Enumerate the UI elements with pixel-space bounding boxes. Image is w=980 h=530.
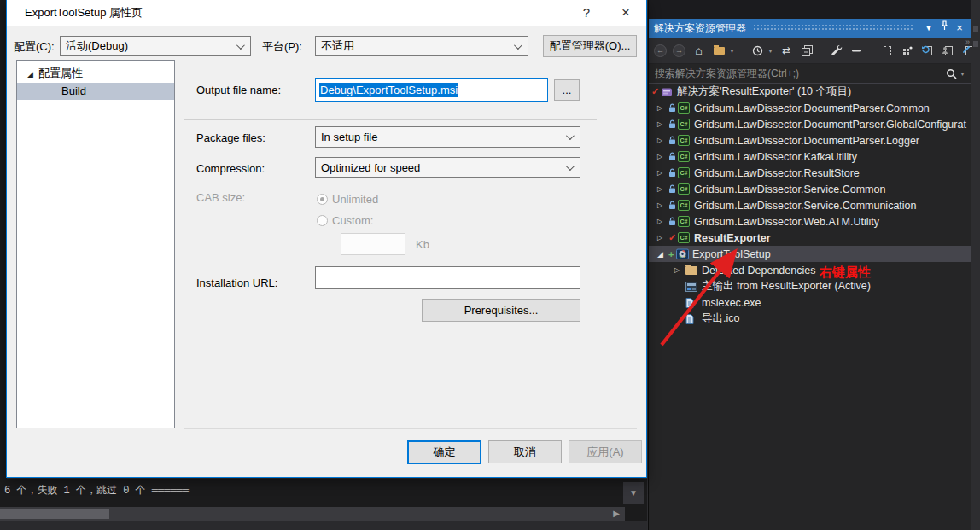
divider	[184, 119, 597, 120]
expander-icon[interactable]: ▷	[657, 169, 668, 177]
class-view-icon[interactable]	[942, 44, 956, 58]
solution-explorer-search[interactable]: 搜索解决方案资源管理器(Ctrl+;) ▼	[649, 64, 971, 84]
collapse-all-icon[interactable]	[800, 44, 814, 58]
close-button[interactable]: ×	[609, 0, 643, 26]
screen: 6 个，失败 1 个，跳过 0 个 ══════ ▼ ▶ ExportToolS…	[0, 0, 980, 530]
cab-unlimited-radio[interactable]	[317, 194, 328, 205]
chevron-down-icon[interactable]: ▼	[729, 48, 735, 54]
back-icon[interactable]: ←	[654, 44, 667, 57]
refresh-icon[interactable]	[921, 44, 936, 58]
chevron-down-icon	[566, 162, 575, 171]
history-filter-icon[interactable]	[750, 44, 765, 58]
output-window: 6 个，失败 1 个，跳过 0 个 ══════ ▼ ▶	[0, 479, 647, 530]
csharp-icon: C#	[678, 119, 692, 130]
dialog-titlebar[interactable]: ExportToolSetup 属性页	[7, 0, 646, 26]
chevron-down-icon	[236, 41, 245, 50]
installation-url-label: Installation URL:	[196, 277, 277, 289]
forward-icon[interactable]: →	[673, 44, 685, 57]
help-button[interactable]: ?	[569, 0, 604, 26]
tree-item[interactable]: ▷C#Gridsum.LawDissector.KafkaUtility	[649, 149, 971, 165]
csharp-icon: C#	[678, 167, 692, 178]
nav-node-build[interactable]: Build	[17, 83, 174, 100]
toolbar-overflow-icon[interactable]: »	[965, 38, 969, 46]
chevron-down-icon[interactable]: ▼	[960, 71, 965, 77]
prerequisites-button[interactable]: Prerequisites...	[422, 299, 580, 322]
installation-url-input[interactable]	[315, 266, 580, 289]
csharp-icon: C#	[678, 183, 692, 195]
dialog-title: ExportToolSetup 属性页	[25, 5, 143, 20]
expander-icon[interactable]: ▷	[657, 201, 668, 209]
lock-icon	[668, 168, 678, 178]
config-combobox-value: 活动(Debug)	[66, 38, 128, 54]
home-icon[interactable]: ⌂	[691, 44, 706, 58]
output-file-input[interactable]: Debug\ExportToolSetup.msi	[315, 78, 548, 102]
tree-item[interactable]: ▷C#Gridsum.LawDissector.DocumentParser.C…	[649, 100, 971, 116]
add-item-icon[interactable]	[901, 44, 915, 58]
output-status-text: 6 个，失败 1 个，跳过 0 个 ══════	[4, 483, 189, 498]
close-panel-icon[interactable]: ×	[952, 19, 967, 38]
chevron-down-icon[interactable]: ▼	[767, 48, 773, 54]
cab-unlimited-label: Unlimited	[332, 193, 378, 206]
expander-icon[interactable]: ▷	[657, 185, 668, 193]
solution-icon	[661, 87, 675, 97]
output-window-footer	[0, 521, 647, 530]
expander-icon[interactable]: ▷	[657, 218, 668, 225]
sync-active-document-icon[interactable]: ⇄	[779, 44, 794, 58]
config-combobox[interactable]: 活动(Debug)	[60, 36, 251, 56]
show-all-files-icon[interactable]	[880, 44, 895, 58]
tree-item-label: Gridsum.LawDissector.KafkaUtility	[694, 151, 857, 163]
solution-explorer-title: 解决方案资源管理器	[654, 21, 746, 36]
solution-explorer-titlebar[interactable]: 解决方案资源管理器 ▼ ×	[649, 19, 971, 38]
tree-item[interactable]: ▷C#Gridsum.LawDissector.DocumentParser.G…	[649, 116, 971, 132]
annotation-arrow	[649, 237, 755, 357]
expander-icon[interactable]: ▷	[657, 120, 668, 128]
lock-icon	[668, 136, 678, 145]
tree-item[interactable]: ▷C#Gridsum.LawDissector.Service.Common	[649, 181, 971, 197]
tree-item[interactable]: ▷C#Gridsum.LawDissector.ResultStore	[649, 165, 971, 181]
output-vertical-scrollbar[interactable]: ▼	[623, 482, 644, 504]
selected-text: Debug\ExportToolSetup.msi	[319, 83, 458, 97]
panel-top-strip	[649, 0, 971, 19]
scrollbar-thumb[interactable]	[0, 509, 109, 519]
property-pages-dialog: ExportToolSetup 属性页 ? × 配置(C): 活动(Debug)…	[6, 0, 647, 478]
pin-icon[interactable]	[936, 19, 952, 38]
properties-wrench-icon[interactable]	[830, 44, 844, 58]
expander-icon[interactable]: ▷	[657, 104, 668, 112]
lock-icon	[668, 184, 678, 194]
tree-item-label: Gridsum.LawDissector.ResultStore	[694, 167, 860, 179]
ok-button[interactable]: 确定	[407, 440, 481, 464]
window-position-icon[interactable]: ▼	[921, 19, 936, 38]
tree-item-label: Gridsum.LawDissector.DocumentParser.Comm…	[694, 102, 930, 114]
tree-item-label: 解决方案'ResultExporter' (10 个项目)	[677, 84, 851, 99]
tree-item-label: Gridsum.LawDissector.DocumentParser.Glob…	[694, 119, 966, 131]
switch-views-icon[interactable]	[712, 44, 726, 58]
expander-icon[interactable]: ▷	[657, 137, 668, 144]
lock-icon	[668, 103, 678, 113]
package-files-combobox[interactable]: In setup file	[315, 126, 580, 148]
output-horizontal-scrollbar[interactable]: ▶	[0, 507, 625, 521]
kb-unit-label: Kb	[416, 238, 429, 251]
package-files-value: In setup file	[321, 131, 378, 143]
csharp-icon: C#	[678, 102, 692, 114]
scroll-right-arrow-icon[interactable]: ▶	[613, 507, 620, 521]
apply-button[interactable]: 应用(A)	[569, 440, 642, 463]
chevron-down-icon	[566, 131, 575, 140]
platform-combobox[interactable]: 不适用	[315, 36, 528, 56]
cab-custom-radio[interactable]	[317, 215, 328, 226]
nav-root-node[interactable]: ◢配置属性	[17, 61, 174, 83]
config-manager-button[interactable]: 配置管理器(O)...	[543, 35, 637, 57]
annotation-text: 右键属性	[820, 265, 871, 281]
tree-item[interactable]: ▷C#Gridsum.LawDissector.Web.ATM.Utility	[649, 213, 971, 230]
solution-tree: ✓解决方案'ResultExporter' (10 个项目)▷C#Gridsum…	[649, 84, 971, 508]
preview-selected-items-icon[interactable]	[850, 44, 865, 58]
tree-item[interactable]: ▷C#Gridsum.LawDissector.Service.Communic…	[649, 197, 971, 213]
browse-button[interactable]: ...	[554, 79, 580, 101]
cancel-button[interactable]: 取消	[488, 440, 562, 463]
cab-kb-input[interactable]	[341, 233, 405, 255]
expander-icon[interactable]: ▷	[657, 153, 668, 160]
search-icon[interactable]	[946, 68, 957, 79]
tree-item[interactable]: ▷C#Gridsum.LawDissector.DocumentParser.L…	[649, 132, 971, 149]
compression-combobox[interactable]: Optimized for speed	[315, 157, 580, 178]
tree-item[interactable]: ✓解决方案'ResultExporter' (10 个项目)	[649, 84, 971, 100]
output-file-label: Output file name:	[196, 84, 281, 96]
